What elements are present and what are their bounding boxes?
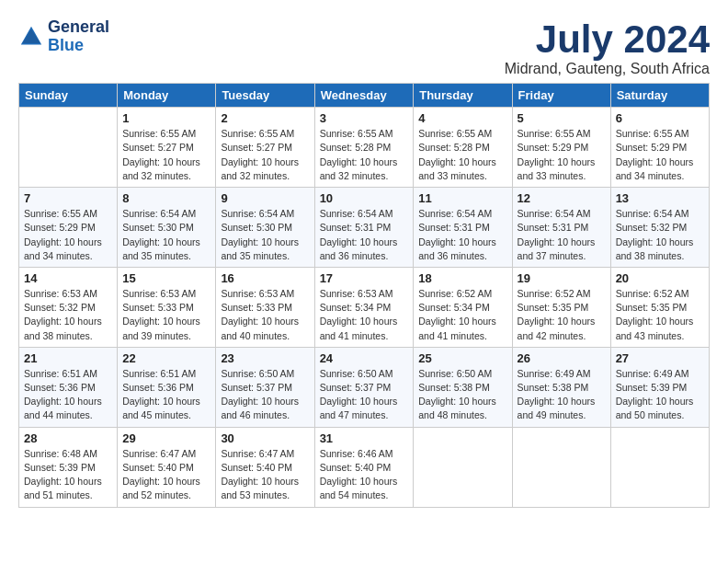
calendar-header-row: SundayMondayTuesdayWednesdayThursdayFrid… (19, 84, 710, 108)
cell-info: Sunrise: 6:54 AMSunset: 5:31 PMDaylight:… (418, 207, 506, 263)
cell-info: Sunrise: 6:54 AMSunset: 5:32 PMDaylight:… (616, 207, 704, 263)
day-number: 10 (320, 191, 409, 205)
day-number: 28 (24, 431, 112, 445)
day-number: 12 (518, 191, 606, 205)
cell-info: Sunrise: 6:49 AMSunset: 5:38 PMDaylight:… (518, 367, 606, 423)
day-number: 2 (221, 111, 309, 125)
day-number: 25 (418, 351, 506, 365)
calendar-cell: 17Sunrise: 6:53 AMSunset: 5:34 PMDayligh… (314, 267, 414, 347)
day-number: 22 (122, 351, 210, 365)
calendar-cell: 2Sunrise: 6:55 AMSunset: 5:27 PMDaylight… (216, 108, 314, 188)
day-number: 16 (221, 271, 309, 285)
day-number: 9 (221, 191, 309, 205)
day-number: 29 (122, 431, 210, 445)
calendar-header-day: Tuesday (216, 84, 314, 108)
calendar-cell: 10Sunrise: 6:54 AMSunset: 5:31 PMDayligh… (314, 188, 414, 268)
calendar-cell (512, 427, 610, 507)
calendar-cell: 25Sunrise: 6:50 AMSunset: 5:38 PMDayligh… (414, 347, 512, 427)
calendar-cell: 23Sunrise: 6:50 AMSunset: 5:37 PMDayligh… (216, 347, 314, 427)
day-number: 20 (616, 271, 704, 285)
cell-info: Sunrise: 6:54 AMSunset: 5:30 PMDaylight:… (122, 207, 210, 263)
calendar-cell (414, 427, 512, 507)
cell-info: Sunrise: 6:47 AMSunset: 5:40 PMDaylight:… (122, 447, 210, 503)
calendar-cell: 24Sunrise: 6:50 AMSunset: 5:37 PMDayligh… (314, 347, 414, 427)
title-area: July 2024 Midrand, Gauteng, South Africa (505, 18, 710, 77)
calendar-cell: 13Sunrise: 6:54 AMSunset: 5:32 PMDayligh… (610, 188, 709, 268)
calendar-cell: 4Sunrise: 6:55 AMSunset: 5:28 PMDaylight… (414, 108, 512, 188)
calendar-cell: 5Sunrise: 6:55 AMSunset: 5:29 PMDaylight… (512, 108, 610, 188)
logo-area: General Blue (18, 18, 109, 55)
day-number: 26 (518, 351, 606, 365)
calendar-cell: 1Sunrise: 6:55 AMSunset: 5:27 PMDaylight… (118, 108, 216, 188)
calendar-cell: 28Sunrise: 6:48 AMSunset: 5:39 PMDayligh… (19, 427, 118, 507)
calendar-cell: 8Sunrise: 6:54 AMSunset: 5:30 PMDaylight… (118, 188, 216, 268)
calendar-cell: 20Sunrise: 6:52 AMSunset: 5:35 PMDayligh… (610, 267, 709, 347)
calendar-cell: 9Sunrise: 6:54 AMSunset: 5:30 PMDaylight… (216, 188, 314, 268)
cell-info: Sunrise: 6:53 AMSunset: 5:33 PMDaylight:… (122, 287, 210, 343)
cell-info: Sunrise: 6:55 AMSunset: 5:29 PMDaylight:… (616, 127, 704, 183)
cell-info: Sunrise: 6:51 AMSunset: 5:36 PMDaylight:… (24, 367, 112, 423)
cell-info: Sunrise: 6:50 AMSunset: 5:37 PMDaylight:… (221, 367, 309, 423)
calendar-cell: 18Sunrise: 6:52 AMSunset: 5:34 PMDayligh… (414, 267, 512, 347)
day-number: 5 (518, 111, 606, 125)
calendar-cell: 19Sunrise: 6:52 AMSunset: 5:35 PMDayligh… (512, 267, 610, 347)
day-number: 1 (122, 111, 210, 125)
calendar-cell: 16Sunrise: 6:53 AMSunset: 5:33 PMDayligh… (216, 267, 314, 347)
location-title: Midrand, Gauteng, South Africa (505, 61, 710, 77)
logo-icon (18, 24, 44, 50)
day-number: 7 (24, 191, 112, 205)
month-title: July 2024 (505, 18, 710, 61)
day-number: 6 (616, 111, 704, 125)
cell-info: Sunrise: 6:55 AMSunset: 5:29 PMDaylight:… (24, 207, 112, 263)
calendar-cell: 3Sunrise: 6:55 AMSunset: 5:28 PMDaylight… (314, 108, 414, 188)
cell-info: Sunrise: 6:48 AMSunset: 5:39 PMDaylight:… (24, 447, 112, 503)
day-number: 19 (518, 271, 606, 285)
day-number: 4 (418, 111, 506, 125)
cell-info: Sunrise: 6:55 AMSunset: 5:27 PMDaylight:… (221, 127, 309, 183)
calendar-cell: 27Sunrise: 6:49 AMSunset: 5:39 PMDayligh… (610, 347, 709, 427)
calendar-week-row: 7Sunrise: 6:55 AMSunset: 5:29 PMDaylight… (19, 188, 710, 268)
calendar-cell: 21Sunrise: 6:51 AMSunset: 5:36 PMDayligh… (19, 347, 118, 427)
cell-info: Sunrise: 6:53 AMSunset: 5:33 PMDaylight:… (221, 287, 309, 343)
calendar-header-day: Friday (512, 84, 610, 108)
day-number: 24 (320, 351, 409, 365)
day-number: 8 (122, 191, 210, 205)
calendar-cell: 26Sunrise: 6:49 AMSunset: 5:38 PMDayligh… (512, 347, 610, 427)
cell-info: Sunrise: 6:55 AMSunset: 5:29 PMDaylight:… (518, 127, 606, 183)
calendar-cell (610, 427, 709, 507)
day-number: 14 (24, 271, 112, 285)
svg-marker-1 (22, 29, 40, 42)
cell-info: Sunrise: 6:52 AMSunset: 5:35 PMDaylight:… (518, 287, 606, 343)
calendar-header-day: Saturday (610, 84, 709, 108)
day-number: 18 (418, 271, 506, 285)
day-number: 27 (616, 351, 704, 365)
cell-info: Sunrise: 6:54 AMSunset: 5:31 PMDaylight:… (320, 207, 409, 263)
calendar-table: SundayMondayTuesdayWednesdayThursdayFrid… (18, 83, 710, 507)
day-number: 13 (616, 191, 704, 205)
calendar-cell: 11Sunrise: 6:54 AMSunset: 5:31 PMDayligh… (414, 188, 512, 268)
cell-info: Sunrise: 6:55 AMSunset: 5:28 PMDaylight:… (418, 127, 506, 183)
calendar-cell: 6Sunrise: 6:55 AMSunset: 5:29 PMDaylight… (610, 108, 709, 188)
calendar-cell: 22Sunrise: 6:51 AMSunset: 5:36 PMDayligh… (118, 347, 216, 427)
cell-info: Sunrise: 6:54 AMSunset: 5:30 PMDaylight:… (221, 207, 309, 263)
logo-text: General Blue (48, 18, 109, 55)
day-number: 15 (122, 271, 210, 285)
cell-info: Sunrise: 6:54 AMSunset: 5:31 PMDaylight:… (518, 207, 606, 263)
cell-info: Sunrise: 6:50 AMSunset: 5:38 PMDaylight:… (418, 367, 506, 423)
calendar-cell: 12Sunrise: 6:54 AMSunset: 5:31 PMDayligh… (512, 188, 610, 268)
calendar-header-day: Sunday (19, 84, 118, 108)
cell-info: Sunrise: 6:51 AMSunset: 5:36 PMDaylight:… (122, 367, 210, 423)
calendar-cell: 7Sunrise: 6:55 AMSunset: 5:29 PMDaylight… (19, 188, 118, 268)
day-number: 17 (320, 271, 409, 285)
cell-info: Sunrise: 6:52 AMSunset: 5:34 PMDaylight:… (418, 287, 506, 343)
cell-info: Sunrise: 6:46 AMSunset: 5:40 PMDaylight:… (320, 447, 409, 503)
calendar-cell: 31Sunrise: 6:46 AMSunset: 5:40 PMDayligh… (314, 427, 414, 507)
page-container: General Blue July 2024 Midrand, Gauteng,… (18, 18, 710, 508)
cell-info: Sunrise: 6:52 AMSunset: 5:35 PMDaylight:… (616, 287, 704, 343)
calendar-cell: 30Sunrise: 6:47 AMSunset: 5:40 PMDayligh… (216, 427, 314, 507)
calendar-header-day: Wednesday (314, 84, 414, 108)
page-header: General Blue July 2024 Midrand, Gauteng,… (18, 18, 710, 77)
day-number: 3 (320, 111, 409, 125)
calendar-week-row: 21Sunrise: 6:51 AMSunset: 5:36 PMDayligh… (19, 347, 710, 427)
calendar-week-row: 28Sunrise: 6:48 AMSunset: 5:39 PMDayligh… (19, 427, 710, 507)
